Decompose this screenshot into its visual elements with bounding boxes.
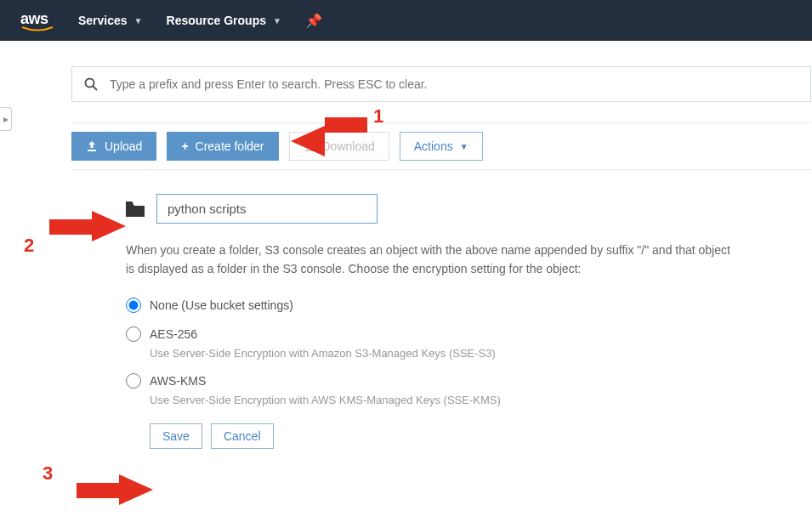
save-button[interactable]: Save — [150, 423, 202, 449]
toolbar: Upload + Create folder Download Actions … — [71, 122, 811, 170]
create-folder-form: When you create a folder, S3 console cre… — [126, 194, 738, 449]
folder-name-row — [126, 194, 738, 224]
nav-resource-groups[interactable]: Resource Groups ▼ — [167, 14, 281, 27]
top-nav: aws Services ▼ Resource Groups ▼ 📌 — [0, 0, 812, 41]
svg-line-1 — [94, 87, 98, 91]
folder-name-input[interactable] — [156, 194, 378, 224]
aws-logo[interactable]: aws — [20, 10, 54, 31]
encryption-kms-label: AWS-KMS — [150, 374, 206, 388]
folder-actions: Save Cancel — [150, 423, 738, 449]
create-folder-label: Create folder — [196, 139, 264, 153]
encryption-aes-option[interactable]: AES-256 — [126, 326, 738, 342]
create-folder-button[interactable]: + Create folder — [167, 132, 278, 161]
nav-services[interactable]: Services ▼ — [78, 14, 143, 27]
actions-label: Actions — [414, 139, 453, 153]
caret-down-icon: ▼ — [460, 142, 468, 151]
annotation-label-3: 3 — [43, 462, 53, 485]
svg-point-0 — [86, 79, 94, 88]
search-bar[interactable] — [71, 66, 811, 102]
nav-services-label: Services — [78, 14, 128, 27]
svg-marker-4 — [77, 474, 153, 505]
annotation-arrow-3 — [68, 469, 153, 512]
folder-help-text: When you create a folder, S3 console cre… — [126, 241, 738, 279]
search-icon — [84, 77, 98, 91]
annotation-arrow-2 — [41, 202, 126, 253]
encryption-kms-sub: Use Server-Side Encryption with AWS KMS-… — [150, 394, 738, 406]
plus-icon: + — [181, 139, 188, 153]
encryption-aes-label: AES-256 — [150, 327, 197, 341]
caret-down-icon: ▼ — [134, 16, 143, 26]
caret-down-icon: ▼ — [273, 16, 281, 26]
nav-resource-groups-label: Resource Groups — [167, 14, 266, 27]
encryption-aes-sub: Use Server-Side Encryption with Amazon S… — [150, 347, 738, 360]
encryption-none-option[interactable]: None (Use bucket settings) — [126, 298, 738, 313]
svg-marker-2 — [291, 117, 367, 156]
cancel-button[interactable]: Cancel — [211, 423, 274, 449]
encryption-none-label: None (Use bucket settings) — [150, 298, 293, 312]
aws-swoosh-icon — [20, 26, 54, 31]
side-expand-tab[interactable]: ▸ — [0, 107, 12, 131]
pin-icon[interactable]: 📌 — [305, 13, 322, 29]
upload-label: Upload — [105, 139, 142, 153]
encryption-aes-radio[interactable] — [126, 326, 141, 342]
svg-marker-3 — [49, 211, 126, 241]
annotation-label-2: 2 — [24, 235, 34, 257]
folder-icon — [126, 201, 145, 217]
encryption-none-radio[interactable] — [126, 298, 141, 313]
encryption-kms-radio[interactable] — [126, 373, 141, 389]
upload-icon — [86, 140, 98, 152]
upload-button[interactable]: Upload — [71, 132, 156, 161]
actions-button[interactable]: Actions ▼ — [400, 132, 483, 161]
encryption-kms-option[interactable]: AWS-KMS — [126, 373, 738, 389]
annotation-arrow-1 — [291, 109, 376, 160]
search-input[interactable] — [110, 77, 798, 91]
